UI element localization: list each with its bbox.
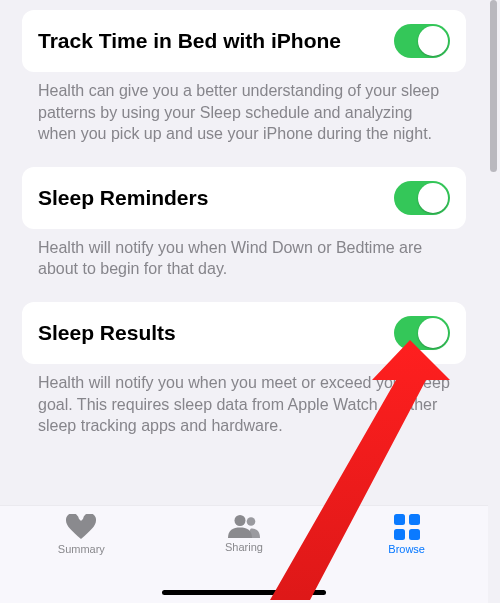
toggle-thumb-icon bbox=[418, 318, 448, 348]
svg-rect-3 bbox=[409, 514, 420, 525]
sleep-results-toggle[interactable] bbox=[394, 316, 450, 350]
svg-rect-2 bbox=[394, 514, 405, 525]
tab-sharing[interactable]: Sharing bbox=[184, 514, 304, 553]
svg-rect-4 bbox=[394, 529, 405, 540]
home-indicator[interactable] bbox=[162, 590, 326, 595]
grid-icon bbox=[394, 514, 420, 540]
sleep-results-title: Sleep Results bbox=[38, 320, 176, 346]
tab-browse[interactable]: Browse bbox=[347, 514, 467, 555]
tab-summary-label: Summary bbox=[58, 543, 105, 555]
tab-browse-label: Browse bbox=[388, 543, 425, 555]
people-icon bbox=[227, 514, 261, 538]
toggle-thumb-icon bbox=[418, 183, 448, 213]
heart-icon bbox=[66, 514, 96, 540]
track-time-card: Track Time in Bed with iPhone bbox=[22, 10, 466, 72]
track-time-description: Health can give you a better understandi… bbox=[22, 72, 466, 167]
toggle-thumb-icon bbox=[418, 26, 448, 56]
sleep-reminders-description: Health will notify you when Wind Down or… bbox=[22, 229, 466, 302]
svg-rect-5 bbox=[409, 529, 420, 540]
svg-point-1 bbox=[247, 517, 256, 526]
sleep-results-description: Health will notify you when you meet or … bbox=[22, 364, 466, 459]
tab-bar: Summary Sharing bbox=[0, 505, 488, 603]
tab-sharing-label: Sharing bbox=[225, 541, 263, 553]
sleep-results-card: Sleep Results bbox=[22, 302, 466, 364]
sleep-reminders-title: Sleep Reminders bbox=[38, 185, 208, 211]
track-time-title: Track Time in Bed with iPhone bbox=[38, 28, 341, 54]
sleep-reminders-toggle[interactable] bbox=[394, 181, 450, 215]
sleep-reminders-card: Sleep Reminders bbox=[22, 167, 466, 229]
track-time-toggle[interactable] bbox=[394, 24, 450, 58]
vertical-scrollbar[interactable] bbox=[490, 0, 497, 172]
settings-content: Track Time in Bed with iPhone Health can… bbox=[0, 10, 488, 479]
settings-scroll-area[interactable]: Track Time in Bed with iPhone Health can… bbox=[0, 0, 488, 505]
tab-summary[interactable]: Summary bbox=[21, 514, 141, 555]
svg-point-0 bbox=[234, 515, 245, 526]
